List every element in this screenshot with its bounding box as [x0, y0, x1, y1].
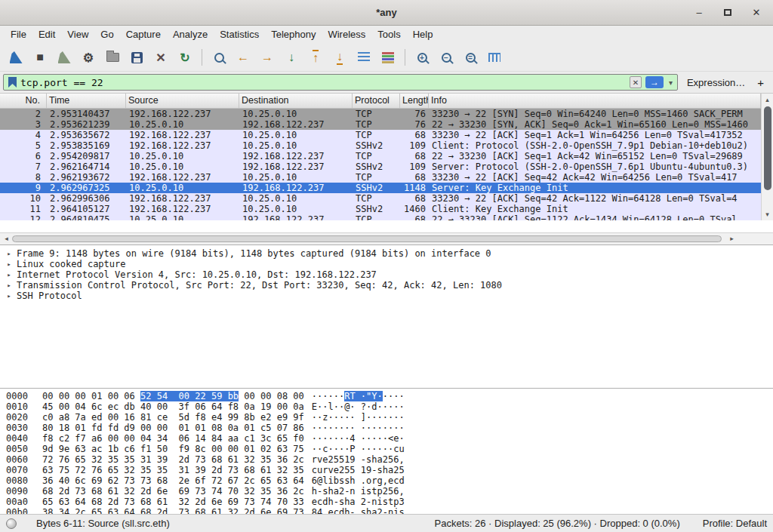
menu-telephony[interactable]: Telephony	[265, 26, 322, 44]
hex-row[interactable]: 0080 36 40 6c 69 62 73 73 68 2e 6f 72 67…	[6, 475, 773, 486]
auto-scroll-icon[interactable]	[354, 48, 374, 67]
status-profile[interactable]: Profile: Default	[703, 518, 767, 529]
close-button[interactable]: ✕	[747, 4, 765, 22]
save-file-icon[interactable]	[127, 48, 146, 67]
open-file-icon[interactable]	[103, 48, 122, 67]
menu-edit[interactable]: Edit	[32, 26, 61, 44]
filter-apply-icon[interactable]: →	[645, 76, 664, 88]
column-header-length[interactable]: Length	[400, 94, 429, 108]
hex-row[interactable]: 0090 68 2d 73 68 61 32 2d 6e 69 73 74 70…	[6, 486, 773, 497]
packet-length: 68	[400, 172, 429, 183]
scroll-down-icon[interactable]: ▾	[762, 209, 773, 220]
expand-arrow-icon[interactable]: ▸	[5, 248, 14, 259]
stop-capture-icon[interactable]: ■	[30, 48, 50, 67]
menu-help[interactable]: Help	[407, 26, 439, 44]
hex-row[interactable]: 0040 f8 c2 f7 a6 00 00 04 34 06 14 84 aa…	[6, 433, 773, 444]
close-file-icon[interactable]: ✕	[151, 48, 171, 67]
horizontal-scroll-thumb[interactable]	[12, 235, 722, 242]
column-header-no[interactable]: No.	[0, 94, 47, 108]
hex-row[interactable]: 0010 45 00 04 6c ec db 40 00 3f 06 64 f8…	[6, 401, 773, 412]
packet-row[interactable]: 3 2.953621239 10.25.0.10 192.168.122.237…	[0, 119, 761, 130]
menu-capture[interactable]: Capture	[120, 26, 167, 44]
menu-wireless[interactable]: Wireless	[322, 26, 371, 44]
packet-row[interactable]: 2 2.953140437 192.168.122.237 10.25.0.10…	[0, 109, 761, 119]
zoom-in-icon[interactable]: +	[412, 48, 432, 67]
maximize-button[interactable]	[719, 4, 737, 22]
menu-file[interactable]: File	[5, 26, 32, 44]
expand-arrow-icon[interactable]: ▸	[5, 269, 14, 280]
hex-row[interactable]: 0030 80 18 01 fd fd d9 00 00 01 01 08 0a…	[6, 423, 773, 433]
menu-go[interactable]: Go	[94, 26, 119, 44]
go-last-packet-icon[interactable]: ↓	[330, 48, 350, 67]
hex-row[interactable]: 0020 c0 a8 7a ed 00 16 81 ce 5d f8 e4 99…	[6, 412, 773, 423]
hex-row[interactable]: 0000 00 00 00 01 00 06 52 54 00 22 59 bb…	[6, 391, 773, 401]
packet-row[interactable]: 5 2.953835169 192.168.122.237 10.25.0.10…	[0, 140, 761, 151]
add-filter-button[interactable]: +	[753, 76, 768, 89]
column-header-protocol[interactable]: Protocol	[353, 94, 400, 108]
filter-toolbar: ✕ → ▾ Expression… +	[0, 71, 773, 94]
reload-file-icon[interactable]: ↻	[175, 48, 195, 67]
packet-list-vertical-scrollbar[interactable]: ▴ ▾	[761, 94, 773, 220]
start-capture-icon[interactable]	[6, 48, 26, 67]
find-packet-icon[interactable]	[209, 48, 229, 67]
filter-clear-icon[interactable]: ✕	[630, 76, 642, 88]
packet-row[interactable]: 9 2.962967325 10.25.0.10 192.168.122.237…	[0, 183, 761, 193]
resize-columns-icon[interactable]	[485, 48, 504, 67]
menu-view[interactable]: View	[61, 26, 94, 44]
hex-row[interactable]: 00b0 38 34 2c 65 63 64 68 2d 73 68 61 32…	[6, 507, 773, 514]
detail-row[interactable]: ▸ Linux cooked capture	[0, 259, 773, 269]
display-filter-field[interactable]: ✕ → ▾	[3, 74, 678, 91]
detail-row[interactable]: ▸ SSH Protocol	[0, 291, 773, 301]
menu-statistics[interactable]: Statistics	[214, 26, 265, 44]
expression-button[interactable]: Expression…	[678, 77, 753, 88]
packet-list-horizontal-scrollbar[interactable]: ◂ ▸	[0, 232, 773, 244]
scroll-up-icon[interactable]: ▴	[762, 94, 773, 105]
go-first-packet-icon[interactable]: ↑	[306, 48, 325, 67]
hex-row[interactable]: 0050 9d 9e 63 ac 1b c6 f1 50 f9 8c 00 00…	[6, 444, 773, 454]
packet-row[interactable]: 11 2.964105127 192.168.122.237 10.25.0.1…	[0, 204, 761, 214]
expand-arrow-icon[interactable]: ▸	[5, 291, 14, 301]
column-header-info[interactable]: Info	[429, 94, 761, 108]
packet-row[interactable]: 6 2.954209817 10.25.0.10 192.168.122.237…	[0, 151, 761, 161]
column-header-source[interactable]: Source	[126, 94, 239, 108]
column-header-time[interactable]: Time	[47, 94, 126, 108]
hex-row[interactable]: 0070 63 75 72 76 65 32 35 35 31 39 2d 73…	[6, 465, 773, 475]
vertical-scroll-thumb[interactable]	[764, 106, 771, 190]
hex-row[interactable]: 00a0 65 63 64 68 2d 73 68 61 32 2d 6e 69…	[6, 497, 773, 507]
packet-row[interactable]: 8 2.962193672 192.168.122.237 10.25.0.10…	[0, 172, 761, 183]
detail-row[interactable]: ▸ Internet Protocol Version 4, Src: 10.2…	[0, 269, 773, 280]
toolbar-separator[interactable]	[202, 49, 202, 66]
toolbar-separator[interactable]	[405, 49, 405, 66]
column-header-destination[interactable]: Destination	[239, 94, 353, 108]
scroll-left-icon[interactable]: ◂	[1, 233, 12, 244]
packet-row[interactable]: 4 2.953635672 192.168.122.237 10.25.0.10…	[0, 130, 761, 140]
go-forward-icon[interactable]: →	[257, 48, 277, 67]
restart-capture-icon[interactable]	[54, 48, 74, 67]
menu-tools[interactable]: Tools	[371, 26, 406, 44]
hex-row[interactable]: 0060 72 76 65 32 35 35 31 39 2d 73 68 61…	[6, 454, 773, 465]
detail-row[interactable]: ▸ Frame 9: 1148 bytes on wire (9184 bits…	[0, 248, 773, 259]
zoom-out-icon[interactable]: −	[436, 48, 456, 67]
detail-row[interactable]: ▸ Transmission Control Protocol, Src Por…	[0, 280, 773, 291]
packet-row[interactable]: 7 2.962164714 10.25.0.10 192.168.122.237…	[0, 161, 761, 172]
go-to-packet-icon[interactable]: ↓	[282, 48, 301, 67]
packet-number: 5	[0, 140, 47, 151]
packet-row[interactable]: 12 2.964810475 10.25.0.10 192.168.122.23…	[0, 214, 761, 220]
capture-options-icon[interactable]: ⚙	[79, 48, 98, 67]
minimize-button[interactable]: –	[690, 4, 708, 22]
packet-time: 2.953140437	[47, 109, 126, 119]
hex-ascii: E··l··@· ?·d·····	[312, 401, 405, 412]
colorize-icon[interactable]	[378, 48, 398, 67]
scroll-right-icon[interactable]: ▸	[726, 233, 738, 244]
display-filter-input[interactable]	[20, 77, 630, 88]
filter-bookmark-icon[interactable]	[8, 77, 17, 88]
packet-row[interactable]: 10 2.962996306 192.168.122.237 10.25.0.1…	[0, 193, 761, 204]
go-back-icon[interactable]: ←	[233, 48, 253, 67]
filter-dropdown-icon[interactable]: ▾	[667, 78, 674, 87]
menu-analyze[interactable]: Analyze	[167, 26, 214, 44]
expert-info-icon[interactable]	[6, 518, 17, 529]
zoom-reset-icon[interactable]: =	[460, 48, 480, 67]
expand-arrow-icon[interactable]: ▸	[5, 280, 14, 291]
expand-arrow-icon[interactable]: ▸	[5, 259, 14, 269]
hex-offset: 0070	[6, 465, 32, 475]
